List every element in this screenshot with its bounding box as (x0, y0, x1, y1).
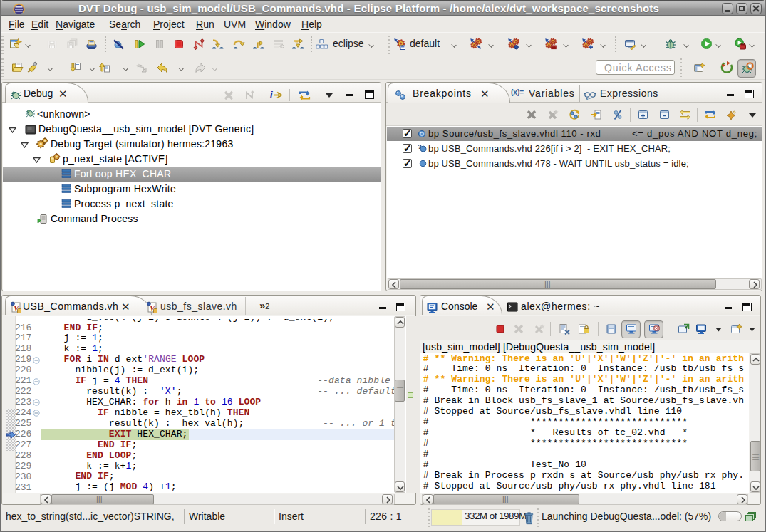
svg-text:x=: x= (586, 96, 591, 100)
